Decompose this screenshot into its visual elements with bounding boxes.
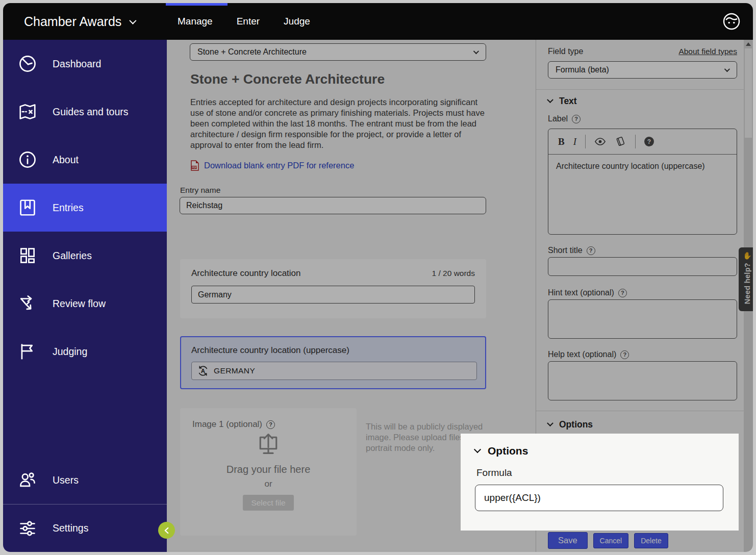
tab-enter[interactable]: Enter	[237, 16, 260, 27]
sidebar-item-guides-and-tours[interactable]: Guides and tours	[3, 88, 167, 136]
sidebar: Dashboard Guides and tours About	[3, 40, 167, 552]
popup-options-header[interactable]: Options	[475, 445, 528, 457]
map-icon	[18, 102, 37, 121]
sidebar-item-galleries[interactable]: Galleries	[3, 232, 167, 280]
chevron-down-icon	[130, 17, 137, 24]
flow-arrows-icon	[18, 294, 37, 313]
sidebar-item-about[interactable]: About	[3, 136, 167, 184]
sidebar-item-entries[interactable]: Entries	[3, 184, 167, 232]
options-popup: Options Formula	[461, 434, 739, 531]
sidebar-collapse-button[interactable]	[158, 522, 175, 539]
sidebar-item-settings[interactable]: Settings	[3, 504, 167, 552]
users-icon	[18, 470, 37, 490]
dashboard-icon	[18, 54, 37, 73]
app-window: Chamber Awards Manage Enter Judge Dashbo…	[3, 3, 753, 552]
chevron-left-icon	[162, 525, 172, 536]
grid-icon	[18, 246, 37, 265]
sliders-icon	[18, 519, 37, 538]
workspace-switcher[interactable]: Chamber Awards	[24, 3, 135, 40]
top-navbar: Chamber Awards Manage Enter Judge	[3, 3, 753, 40]
brand-title: Chamber Awards	[24, 14, 121, 29]
bookmark-icon	[18, 198, 37, 217]
formula-label: Formula	[476, 467, 512, 478]
primary-nav: Manage Enter Judge	[178, 3, 310, 40]
flag-icon	[18, 342, 37, 361]
tab-manage[interactable]: Manage	[178, 16, 213, 27]
sidebar-item-judging[interactable]: Judging	[3, 327, 167, 375]
formula-input[interactable]	[475, 485, 723, 511]
info-icon	[18, 150, 37, 169]
account-avatar[interactable]	[722, 12, 741, 31]
sidebar-item-dashboard[interactable]: Dashboard	[3, 40, 167, 88]
chevron-down-icon	[474, 446, 481, 453]
sidebar-spacer	[3, 375, 167, 456]
sidebar-item-review-flow[interactable]: Review flow	[3, 280, 167, 327]
tab-judge[interactable]: Judge	[284, 16, 310, 27]
avatar-face-icon	[722, 12, 741, 31]
sidebar-item-users[interactable]: Users	[3, 456, 167, 504]
